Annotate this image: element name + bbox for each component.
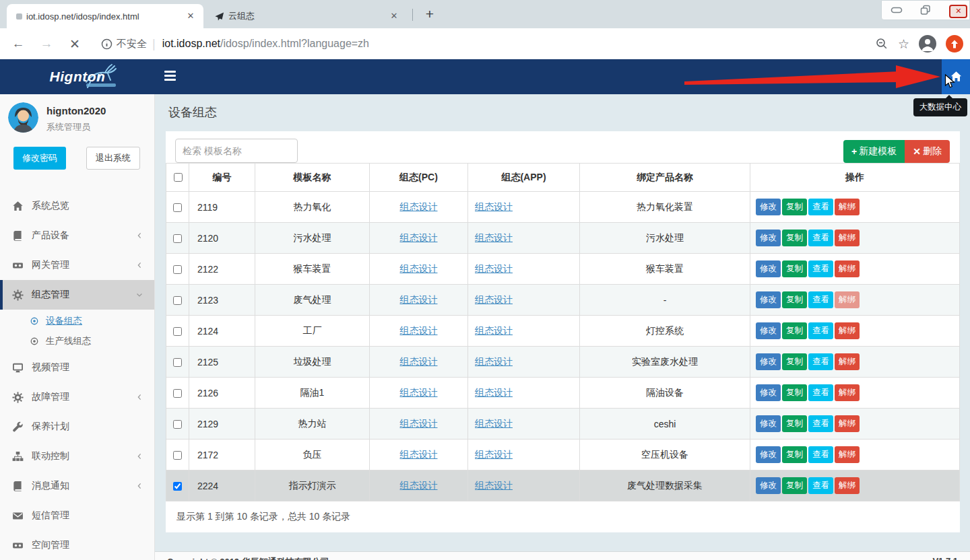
edit-button[interactable]: 修改: [756, 322, 781, 339]
unbind-button[interactable]: 解绑: [835, 446, 860, 463]
sidebar-item-2[interactable]: 网关管理: [0, 250, 154, 280]
pc-design-link[interactable]: 组态设计: [400, 294, 438, 305]
copy-button[interactable]: 复制: [782, 260, 807, 277]
view-button[interactable]: 查看: [808, 260, 833, 277]
change-password-button[interactable]: 修改密码: [13, 147, 66, 170]
copy-button[interactable]: 复制: [782, 353, 807, 370]
search-input[interactable]: [175, 139, 298, 163]
sidebar-subitem-3-1[interactable]: 生产线组态: [0, 331, 154, 351]
pc-design-link[interactable]: 组态设计: [400, 418, 438, 429]
browser-update-icon[interactable]: [946, 35, 963, 53]
copy-button[interactable]: 复制: [782, 446, 807, 463]
tab-close-icon[interactable]: ✕: [388, 10, 400, 22]
edit-button[interactable]: 修改: [756, 384, 781, 401]
bookmark-star-icon[interactable]: ☆: [898, 36, 909, 52]
edit-button[interactable]: 修改: [756, 199, 781, 215]
omnibox[interactable]: 不安全 | iot.idosp.net /idosp/index.html?la…: [101, 37, 369, 51]
app-design-link[interactable]: 组态设计: [475, 294, 513, 305]
logout-button[interactable]: 退出系统: [86, 147, 140, 170]
edit-button[interactable]: 修改: [756, 260, 781, 277]
row-checkbox[interactable]: [173, 327, 182, 336]
unbind-button[interactable]: 解绑: [835, 230, 860, 246]
copy-button[interactable]: 复制: [782, 230, 807, 246]
unbind-button[interactable]: 解绑: [835, 384, 860, 401]
edit-button[interactable]: 修改: [756, 230, 781, 246]
unbind-button[interactable]: 解绑: [835, 477, 860, 494]
home-button[interactable]: [942, 59, 970, 94]
sidebar-item-9[interactable]: 短信管理: [0, 501, 154, 530]
pc-design-link[interactable]: 组态设计: [400, 449, 438, 460]
sidebar-item-8[interactable]: 消息通知: [0, 471, 154, 501]
copy-button[interactable]: 复制: [782, 384, 807, 401]
app-design-link[interactable]: 组态设计: [475, 449, 513, 460]
unbind-button[interactable]: 解绑: [835, 353, 860, 370]
sidebar-item-1[interactable]: 产品设备: [0, 221, 154, 250]
sidebar-item-0[interactable]: 系统总览: [0, 191, 154, 221]
new-tab-button[interactable]: +: [420, 5, 439, 24]
unbind-button[interactable]: 解绑: [835, 291, 860, 308]
row-checkbox[interactable]: [173, 234, 182, 243]
unbind-button[interactable]: 解绑: [835, 322, 860, 339]
row-checkbox[interactable]: [173, 420, 182, 429]
app-design-link[interactable]: 组态设计: [475, 418, 513, 429]
profile-avatar-icon[interactable]: [919, 35, 936, 53]
edit-button[interactable]: 修改: [756, 415, 781, 432]
row-checkbox[interactable]: [173, 203, 182, 212]
window-restore-icon[interactable]: [917, 3, 934, 17]
view-button[interactable]: 查看: [808, 353, 833, 370]
pc-design-link[interactable]: 组态设计: [400, 480, 438, 491]
copy-button[interactable]: 复制: [782, 291, 807, 308]
info-icon[interactable]: [101, 38, 112, 50]
sidebar-item-6[interactable]: 保养计划: [0, 412, 154, 442]
sidebar-subitem-3-0[interactable]: 设备组态: [0, 311, 154, 331]
sidebar-toggle-icon[interactable]: [164, 71, 176, 82]
view-button[interactable]: 查看: [808, 384, 833, 401]
view-button[interactable]: 查看: [808, 322, 833, 339]
unbind-button[interactable]: 解绑: [835, 199, 860, 215]
copy-button[interactable]: 复制: [782, 477, 807, 494]
forward-icon[interactable]: →: [36, 36, 57, 51]
row-checkbox[interactable]: [173, 296, 182, 305]
row-checkbox[interactable]: [173, 451, 182, 460]
app-design-link[interactable]: 组态设计: [475, 201, 513, 212]
row-checkbox[interactable]: [173, 482, 182, 491]
view-button[interactable]: 查看: [808, 446, 833, 463]
app-design-link[interactable]: 组态设计: [475, 232, 513, 243]
sidebar-item-7[interactable]: 联动控制: [0, 442, 154, 471]
copy-button[interactable]: 复制: [782, 322, 807, 339]
pc-design-link[interactable]: 组态设计: [400, 387, 438, 398]
pc-design-link[interactable]: 组态设计: [400, 201, 438, 212]
app-design-link[interactable]: 组态设计: [475, 387, 513, 398]
view-button[interactable]: 查看: [808, 199, 833, 215]
view-button[interactable]: 查看: [808, 291, 833, 308]
row-checkbox[interactable]: [173, 358, 182, 367]
app-design-link[interactable]: 组态设计: [475, 325, 513, 336]
select-all-checkbox[interactable]: [174, 173, 183, 182]
new-template-button[interactable]: + 新建模板: [843, 140, 905, 163]
delete-button[interactable]: ✕ 删除: [905, 140, 950, 163]
zoom-out-icon[interactable]: [875, 37, 888, 50]
pc-design-link[interactable]: 组态设计: [400, 232, 438, 243]
view-button[interactable]: 查看: [808, 477, 833, 494]
browser-tab-2[interactable]: 云组态 ✕: [207, 4, 407, 28]
app-design-link[interactable]: 组态设计: [475, 480, 513, 491]
copy-button[interactable]: 复制: [782, 199, 807, 215]
stop-loading-icon[interactable]: ✕: [65, 36, 85, 52]
window-close-icon[interactable]: ✕ ✕: [946, 3, 963, 17]
app-design-link[interactable]: 组态设计: [475, 356, 513, 367]
edit-button[interactable]: 修改: [756, 446, 781, 463]
sidebar-item-3[interactable]: 组态管理: [0, 280, 154, 310]
browser-tab-1[interactable]: iot.idosp.net/idosp/index.html ✕: [7, 4, 203, 28]
view-button[interactable]: 查看: [808, 230, 833, 246]
sidebar-item-10[interactable]: 空间管理: [0, 530, 154, 560]
tab-close-icon[interactable]: ✕: [185, 10, 197, 22]
sidebar-item-4[interactable]: 视频管理: [0, 353, 154, 382]
row-checkbox[interactable]: [173, 389, 182, 398]
sidebar-item-5[interactable]: 故障管理: [0, 382, 154, 412]
app-design-link[interactable]: 组态设计: [475, 263, 513, 274]
copy-button[interactable]: 复制: [782, 415, 807, 432]
row-checkbox[interactable]: [173, 265, 182, 274]
pc-design-link[interactable]: 组态设计: [400, 356, 438, 367]
unbind-button[interactable]: 解绑: [835, 260, 860, 277]
edit-button[interactable]: 修改: [756, 291, 781, 308]
